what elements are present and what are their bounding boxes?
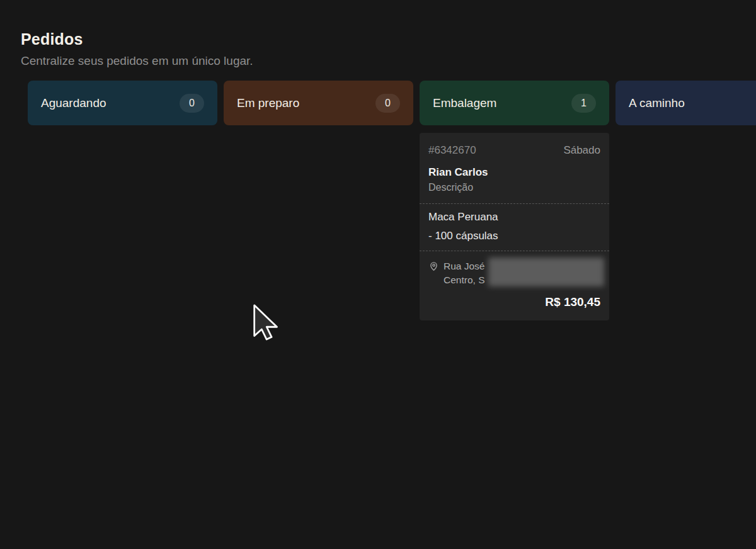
count-badge: 0 — [180, 94, 204, 113]
order-day: Sábado — [563, 144, 600, 157]
column-label: A caminho — [629, 96, 685, 110]
address-line1: Rua José — [444, 261, 484, 271]
order-items: Maca Peruana - 100 cápsulas — [420, 203, 609, 251]
order-footer: Rua José Centro, S R$ 130,45 — [420, 251, 609, 320]
count-badge: 0 — [375, 94, 400, 113]
page-header: Pedidos Centralize seus pedidos em um ún… — [21, 30, 756, 68]
order-card-header: #6342670 Sábado Rian Carlos Descrição — [420, 133, 609, 203]
column-embalagem: Embalagem 1 #6342670 Sábado Rian Carlos … — [420, 81, 609, 320]
address-text: Rua José Centro, S — [444, 259, 484, 287]
column-header-embalagem[interactable]: Embalagem 1 — [420, 81, 609, 125]
column-header-em-preparo[interactable]: Em preparo 0 — [224, 81, 413, 125]
orders-kanban-board: Aguardando 0 Em preparo 0 Embalagem 1 #6… — [0, 81, 756, 320]
redacted-address-blur — [488, 258, 604, 286]
order-item-variant: - 100 cápsulas — [428, 227, 600, 246]
order-id: #6342670 — [428, 144, 476, 157]
column-label: Embalagem — [433, 96, 496, 110]
order-card[interactable]: #6342670 Sábado Rian Carlos Descrição Ma… — [420, 133, 609, 320]
order-item-name: Maca Peruana — [428, 208, 600, 227]
column-header-a-caminho[interactable]: A caminho — [616, 81, 756, 125]
column-label: Em preparo — [237, 96, 299, 110]
count-badge: 1 — [571, 94, 596, 113]
column-a-caminho: A caminho — [616, 81, 756, 320]
column-em-preparo: Em preparo 0 — [224, 81, 413, 320]
page-subtitle: Centralize seus pedidos em um único luga… — [21, 54, 756, 68]
column-label: Aguardando — [41, 96, 106, 110]
order-total: R$ 130,45 — [545, 295, 600, 308]
delivery-address: Rua José Centro, S — [428, 259, 600, 287]
order-description: Descrição — [428, 182, 600, 193]
customer-name: Rian Carlos — [428, 166, 600, 179]
column-header-aguardando[interactable]: Aguardando 0 — [28, 81, 217, 125]
location-pin-icon — [428, 261, 439, 271]
page-title: Pedidos — [21, 30, 756, 48]
address-line2: Centro, S — [444, 274, 484, 285]
column-aguardando: Aguardando 0 — [28, 81, 217, 320]
